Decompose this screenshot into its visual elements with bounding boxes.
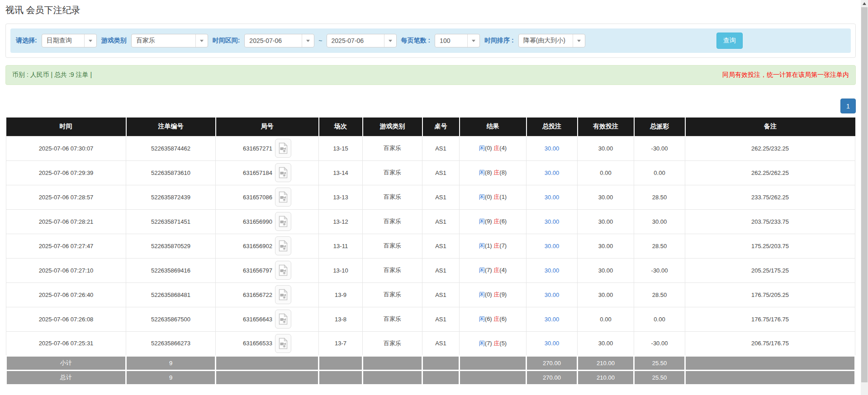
subtotal-cell-5: [422, 356, 460, 370]
cell-payout: 0.00: [634, 160, 685, 185]
video-file-icon: [279, 142, 288, 154]
cell-table-no: AS1: [422, 185, 460, 209]
page-button-1[interactable]: 1: [840, 99, 856, 113]
cell-bet-id: 522635867500: [126, 307, 216, 331]
video-replay-button[interactable]: [275, 163, 291, 182]
video-replay-button[interactable]: [275, 188, 291, 207]
query-type-select[interactable]: 日期查询: [42, 34, 97, 47]
chevron-down-icon[interactable]: [384, 34, 396, 47]
cell-total-bet[interactable]: 30.00: [526, 282, 578, 307]
result-value: (5): [499, 340, 507, 347]
total-bet-link[interactable]: 30.00: [545, 169, 560, 176]
page-size-select[interactable]: 100: [435, 34, 480, 47]
result-value: (0): [485, 291, 494, 298]
result-value: (7): [499, 242, 507, 249]
round-number: 631656902: [243, 243, 272, 249]
result-value: (8): [499, 169, 507, 176]
scrollbar[interactable]: [861, 0, 868, 395]
video-file-icon: [279, 264, 288, 276]
video-file-icon: [279, 289, 288, 301]
cell-total-bet[interactable]: 30.00: [526, 209, 578, 234]
date-from-select[interactable]: 2025-07-06: [244, 34, 314, 47]
cell-total-bet[interactable]: 30.00: [526, 331, 578, 356]
cell-total-bet[interactable]: 30.00: [526, 307, 578, 331]
date-to-select[interactable]: 2025-07-06: [327, 34, 397, 47]
result-value: (6): [485, 315, 494, 322]
time-sort-label: 时间排序 :: [484, 37, 515, 45]
cell-total-bet[interactable]: 30.00: [526, 185, 578, 209]
chevron-down-icon[interactable]: [84, 34, 96, 47]
total-bet-link[interactable]: 30.00: [545, 316, 560, 323]
currency-total-text: 币别 : 人民币 | 总共 :9 注单 |: [12, 71, 92, 79]
cell-game-type: 百家乐: [363, 307, 422, 331]
total-bet-link[interactable]: 30.00: [545, 340, 560, 347]
time-sort-select[interactable]: 降幂(由大到小): [518, 34, 585, 47]
cell-valid-bet: 30.00: [578, 258, 634, 282]
cell-time: 2025-07-06 07:25:31: [6, 331, 126, 356]
cell-session: 13-13: [319, 185, 363, 209]
total-bet-link[interactable]: 30.00: [545, 243, 560, 249]
time-sort-value: 降幂(由大到小): [519, 37, 573, 45]
result-banker: 庄: [493, 267, 499, 273]
cell-round: 631657271: [216, 136, 319, 160]
round-number: 631657271: [243, 145, 272, 152]
video-replay-button[interactable]: [275, 310, 291, 329]
cell-time: 2025-07-06 07:26:08: [6, 307, 126, 331]
game-type-select[interactable]: 百家乐: [131, 34, 208, 47]
result-banker: 庄: [493, 242, 499, 249]
total-bet-link[interactable]: 30.00: [545, 145, 560, 152]
cell-time: 2025-07-06 07:28:21: [6, 209, 126, 234]
chevron-down-icon[interactable]: [573, 34, 585, 47]
video-replay-button[interactable]: [275, 236, 291, 255]
cell-result: 闲(8) 庄(8): [460, 160, 526, 185]
cell-total-bet[interactable]: 30.00: [526, 136, 578, 160]
grand-total-cell-5: [422, 370, 460, 385]
cell-total-bet[interactable]: 30.00: [526, 160, 578, 185]
column-header-0: 时间: [6, 118, 126, 136]
video-replay-button[interactable]: [275, 261, 291, 280]
total-bet-link[interactable]: 30.00: [545, 194, 560, 201]
table-row: 2025-07-06 07:25:31522635866273631656533…: [6, 331, 855, 356]
scroll-up-icon[interactable]: [861, 0, 868, 7]
result-player: 闲: [479, 218, 485, 225]
cell-session: 13-10: [319, 258, 363, 282]
table-row: 2025-07-06 07:30:07522635874462631657271…: [6, 136, 855, 160]
total-bet-link[interactable]: 30.00: [545, 292, 560, 298]
chevron-down-icon[interactable]: [467, 34, 479, 47]
cell-round: 631656902: [216, 234, 319, 258]
result-player: 闲: [479, 340, 485, 347]
round-number: 631656797: [243, 267, 272, 274]
grand-total-cell-9: 25.50: [634, 370, 685, 385]
cell-result: 闲(0) 庄(1): [460, 185, 526, 209]
video-file-icon: [279, 240, 288, 252]
subtotal-cell-4: [363, 356, 422, 370]
grand-total-cell-2: [216, 370, 319, 385]
chevron-down-icon[interactable]: [195, 34, 208, 47]
chevron-down-icon[interactable]: [302, 34, 314, 47]
cell-session: 13-11: [319, 234, 363, 258]
cell-total-bet[interactable]: 30.00: [526, 234, 578, 258]
cell-bet-id: 522635868481: [126, 282, 216, 307]
cell-bet-id: 522635870529: [126, 234, 216, 258]
cell-round: 631656643: [216, 307, 319, 331]
cell-total-bet[interactable]: 30.00: [526, 258, 578, 282]
valid-bet-note: 同局有效投注，统一计算在该局第一张注单内: [722, 71, 849, 79]
video-replay-button[interactable]: [275, 285, 291, 304]
cell-remark: 203.75/233.75: [685, 209, 855, 234]
grand-total-cell-0: 总计: [6, 370, 126, 385]
total-bet-link[interactable]: 30.00: [545, 218, 560, 225]
cell-valid-bet: 30.00: [578, 185, 634, 209]
search-button[interactable]: 查询: [716, 33, 743, 49]
video-replay-button[interactable]: [275, 212, 291, 231]
cell-payout: 28.50: [634, 185, 685, 209]
scrollbar-thumb[interactable]: [861, 7, 868, 382]
round-number: 631656643: [243, 316, 272, 323]
video-replay-button[interactable]: [275, 139, 291, 158]
total-bet-link[interactable]: 30.00: [545, 267, 560, 274]
cell-time: 2025-07-06 07:30:07: [6, 136, 126, 160]
video-replay-button[interactable]: [275, 334, 291, 353]
cell-bet-id: 522635872439: [126, 185, 216, 209]
pagination: 1: [5, 99, 856, 113]
grand-total-cell-7: 270.00: [526, 370, 578, 385]
result-player: 闲: [479, 193, 485, 200]
